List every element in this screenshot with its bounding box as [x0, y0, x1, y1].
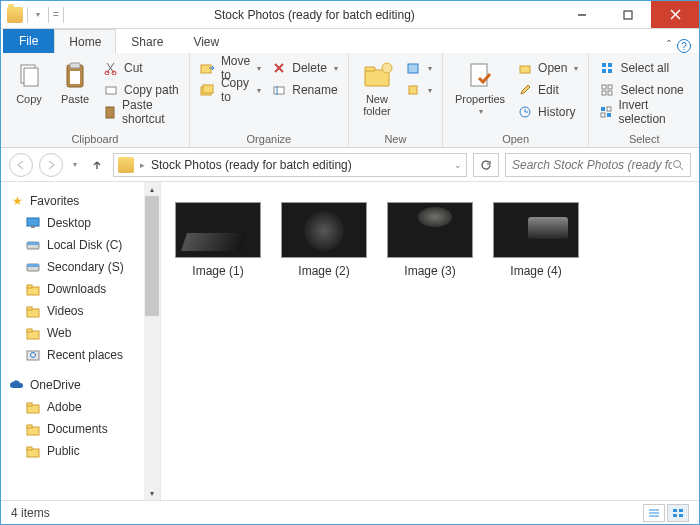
nav-item[interactable]: Public	[1, 440, 160, 462]
svg-rect-36	[602, 91, 606, 95]
search-input[interactable]	[512, 158, 672, 172]
new-item-icon	[405, 60, 421, 76]
nav-item[interactable]: Desktop	[1, 212, 160, 234]
close-button[interactable]	[651, 1, 699, 28]
group-label-open: Open	[449, 132, 583, 145]
open-button[interactable]: Open▾	[513, 57, 582, 79]
nav-item-label: Local Disk (C)	[47, 238, 122, 252]
svg-rect-69	[673, 514, 677, 517]
history-button[interactable]: History	[513, 101, 582, 123]
group-label-clipboard: Clipboard	[7, 132, 183, 145]
nav-item[interactable]: Videos	[1, 300, 160, 322]
maximize-button[interactable]	[605, 1, 651, 28]
refresh-button[interactable]	[473, 153, 499, 177]
file-item[interactable]: Image (4)	[489, 202, 583, 278]
nav-item[interactable]: Secondary (S)	[1, 256, 160, 278]
nav-item-label: Documents	[47, 422, 108, 436]
desktop-icon	[25, 215, 41, 231]
svg-rect-14	[106, 107, 114, 118]
recent-icon	[25, 347, 41, 363]
file-item[interactable]: Image (1)	[171, 202, 265, 278]
disk-icon	[25, 237, 41, 253]
nav-item[interactable]: Recent places	[1, 344, 160, 366]
copy-to-button[interactable]: Copy to▾	[196, 79, 265, 101]
back-button[interactable]	[9, 153, 33, 177]
rename-icon	[271, 82, 287, 98]
file-item[interactable]: Image (3)	[383, 202, 477, 278]
properties-button[interactable]: Properties ▾	[449, 57, 511, 118]
folder-icon	[25, 325, 41, 341]
svg-rect-44	[27, 218, 39, 226]
ribbon-options[interactable]: ˆ ?	[659, 39, 699, 53]
forward-button[interactable]	[39, 153, 63, 177]
scroll-up-icon[interactable]: ▴	[145, 182, 159, 196]
easy-access-button[interactable]: ▾	[401, 79, 436, 101]
view-tab[interactable]: View	[178, 29, 234, 53]
group-organize: Move to▾ Copy to▾ Delete▾ Rename Organiz…	[190, 53, 349, 147]
nav-item[interactable]: Web	[1, 322, 160, 344]
address-bar[interactable]: ▸ Stock Photos (ready for batch editing)…	[113, 153, 467, 177]
folder-icon	[25, 421, 41, 437]
copy-button[interactable]: Copy	[7, 57, 51, 107]
new-item-button[interactable]: ▾	[401, 57, 436, 79]
file-thumbnail	[493, 202, 579, 258]
file-label: Image (3)	[404, 264, 455, 278]
cloud-icon	[9, 377, 25, 393]
address-dropdown-icon[interactable]: ⌄	[454, 160, 462, 170]
new-folder-button[interactable]: New folder	[355, 57, 399, 119]
nav-item-label: Adobe	[47, 400, 82, 414]
thumbnails-view-button[interactable]	[667, 504, 689, 522]
home-tab[interactable]: Home	[54, 29, 116, 53]
invert-selection-button[interactable]: Invert selection	[595, 101, 693, 123]
nav-item[interactable]: Local Disk (C)	[1, 234, 160, 256]
onedrive-header[interactable]: OneDrive	[1, 374, 160, 396]
folder-icon	[25, 281, 41, 297]
rename-button[interactable]: Rename	[267, 79, 342, 101]
nav-item[interactable]: Downloads	[1, 278, 160, 300]
svg-rect-51	[27, 285, 32, 288]
disk-icon	[25, 259, 41, 275]
paste-button[interactable]: Paste	[53, 57, 97, 107]
app-icon[interactable]	[7, 7, 23, 23]
nav-item[interactable]: Documents	[1, 418, 160, 440]
file-item[interactable]: Image (2)	[277, 202, 371, 278]
properties-icon	[464, 59, 496, 91]
paste-shortcut-button[interactable]: Paste shortcut	[99, 101, 183, 123]
favorites-header[interactable]: ★Favorites	[1, 190, 160, 212]
edit-button[interactable]: Edit	[513, 79, 582, 101]
help-icon[interactable]: ?	[677, 39, 691, 53]
item-view[interactable]: Image (1)Image (2)Image (3)Image (4)	[161, 182, 699, 500]
invert-selection-icon	[599, 104, 613, 120]
breadcrumb-current[interactable]: Stock Photos (ready for batch editing)	[151, 158, 352, 172]
svg-rect-23	[365, 67, 375, 71]
minimize-ribbon-icon[interactable]: ˆ	[667, 39, 671, 53]
nav-item[interactable]: Adobe	[1, 396, 160, 418]
group-select: Select all Select none Invert selection …	[589, 53, 699, 147]
up-button[interactable]	[87, 159, 107, 171]
cut-button[interactable]: Cut	[99, 57, 183, 79]
svg-line-43	[680, 167, 683, 170]
svg-rect-20	[274, 87, 284, 94]
navigation-pane[interactable]: ★Favorites DesktopLocal Disk (C)Secondar…	[1, 182, 161, 500]
svg-rect-5	[24, 68, 38, 86]
nav-item-label: Web	[47, 326, 71, 340]
delete-button[interactable]: Delete▾	[267, 57, 342, 79]
svg-rect-37	[608, 91, 612, 95]
file-tab[interactable]: File	[3, 29, 54, 53]
minimize-button[interactable]	[559, 1, 605, 28]
select-all-button[interactable]: Select all	[595, 57, 693, 79]
recent-locations-icon[interactable]: ▾	[69, 160, 81, 169]
scroll-down-icon[interactable]: ▾	[145, 486, 159, 500]
scroll-thumb[interactable]	[145, 196, 159, 316]
share-tab[interactable]: Share	[116, 29, 178, 53]
nav-scrollbar[interactable]: ▴ ▾	[144, 182, 160, 500]
details-view-button[interactable]	[643, 504, 665, 522]
qat-dropdown-icon[interactable]: ▾	[32, 10, 44, 19]
item-count: 4 items	[11, 506, 50, 520]
search-box[interactable]	[505, 153, 691, 177]
svg-rect-7	[70, 63, 80, 68]
chevron-right-icon[interactable]: ▸	[140, 160, 145, 170]
group-clipboard: Copy Paste Cut Copy path Paste shortcut …	[1, 53, 190, 147]
nav-item-label: Desktop	[47, 216, 91, 230]
move-to-icon	[200, 60, 216, 76]
